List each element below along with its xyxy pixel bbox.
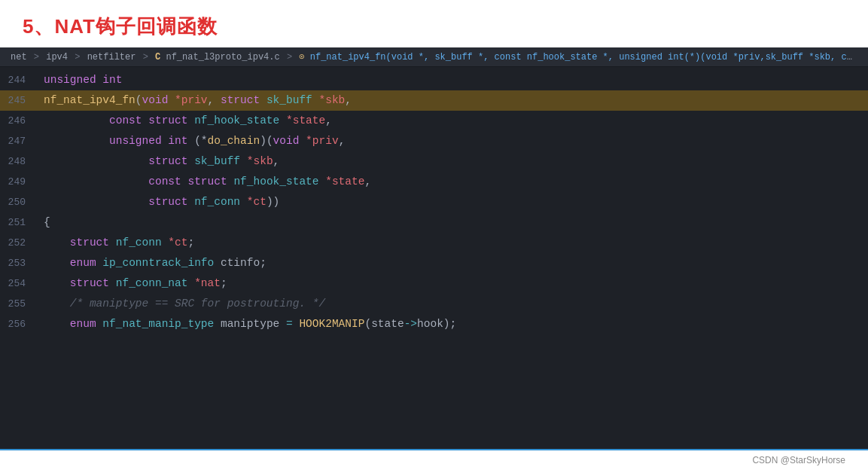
line-content-251: { [39, 212, 868, 232]
bc-fn-icon: ⊙ [299, 52, 309, 63]
line-content-248: struct sk_buff *skb, [39, 151, 868, 171]
line-num-253: 253 [0, 254, 39, 273]
line-num-249: 249 [0, 172, 39, 192]
code-area: net > ipv4 > netfilter > C nf_nat_l3prot… [0, 47, 868, 449]
code-line-253: 253 enum ip_conntrack_info ctinfo; [0, 253, 868, 273]
code-lines: 244 unsigned int 245 nf_nat_ipv4_fn(void… [0, 67, 868, 449]
page-container: 5、NAT钩子回调函数 net > ipv4 > netfilter > C n… [0, 0, 868, 470]
bc-sep-2: > [75, 52, 85, 63]
breadcrumb-bar: net > ipv4 > netfilter > C nf_nat_l3prot… [0, 47, 868, 67]
line-num-252: 252 [0, 233, 39, 253]
line-num-246: 246 [0, 111, 39, 131]
line-num-251: 251 [0, 213, 39, 233]
line-num-255: 255 [0, 295, 39, 314]
line-content-254: struct nf_conn_nat *nat; [39, 273, 868, 293]
page-title: 5、NAT钩子回调函数 [23, 15, 218, 38]
bc-sep-3: > [143, 52, 154, 63]
line-num-247: 247 [0, 132, 39, 151]
line-content-253: enum ip_conntrack_info ctinfo; [39, 253, 868, 273]
line-num-256: 256 [0, 315, 39, 334]
code-line-250: 250 struct nf_conn *ct)) [0, 192, 868, 212]
bc-fn-name: nf_nat_ipv4_fn(void *, sk_buff *, const … [310, 52, 868, 63]
line-content-249: const struct nf_hook_state *state, [39, 172, 868, 191]
code-line-255: 255 /* maniptype == SRC for postrouting.… [0, 294, 868, 314]
line-num-245: 245 [0, 91, 39, 111]
bc-netfilter: netfilter [87, 52, 136, 63]
line-content-250: struct nf_conn *ct)) [39, 192, 868, 212]
line-content-256: enum nf_nat_manip_type maniptype = HOOK2… [39, 314, 868, 334]
code-line-256: 256 enum nf_nat_manip_type maniptype = H… [0, 314, 868, 334]
title-section: 5、NAT钩子回调函数 [0, 0, 868, 47]
code-line-254: 254 struct nf_conn_nat *nat; [0, 273, 868, 294]
bc-file: nf_nat_l3proto_ipv4.c [166, 52, 279, 63]
bc-sep-1: > [34, 52, 44, 63]
bc-c-label: C [155, 52, 160, 63]
footer-bar: CSDN @StarSkyHorse [0, 449, 868, 470]
code-line-248: 248 struct sk_buff *skb, [0, 151, 868, 172]
code-line-249: 249 const struct nf_hook_state *state, [0, 172, 868, 192]
line-num-250: 250 [0, 193, 39, 212]
line-num-244: 244 [0, 71, 39, 90]
code-line-252: 252 struct nf_conn *ct; [0, 233, 868, 253]
bc-sep-4: > [287, 52, 297, 63]
code-line-246: 246 const struct nf_hook_state *state, [0, 111, 868, 131]
line-num-248: 248 [0, 152, 39, 172]
footer-brand: CSDN @StarSkyHorse [752, 455, 845, 465]
line-content-244: unsigned int [39, 70, 868, 90]
line-content-246: const struct nf_hook_state *state, [39, 111, 868, 130]
code-line-245: 245 nf_nat_ipv4_fn(void *priv, struct sk… [0, 90, 868, 111]
line-content-245: nf_nat_ipv4_fn(void *priv, struct sk_buf… [39, 90, 868, 110]
line-content-255: /* maniptype == SRC for postrouting. */ [39, 294, 868, 313]
bc-ipv4: ipv4 [46, 52, 68, 63]
code-line-247: 247 unsigned int (*do_chain)(void *priv, [0, 131, 868, 151]
code-line-251: 251 { [0, 212, 868, 233]
line-content-247: unsigned int (*do_chain)(void *priv, [39, 131, 868, 151]
line-num-254: 254 [0, 274, 39, 294]
code-line-244: 244 unsigned int [0, 70, 868, 90]
bc-net: net [11, 52, 27, 63]
line-content-252: struct nf_conn *ct; [39, 233, 868, 252]
